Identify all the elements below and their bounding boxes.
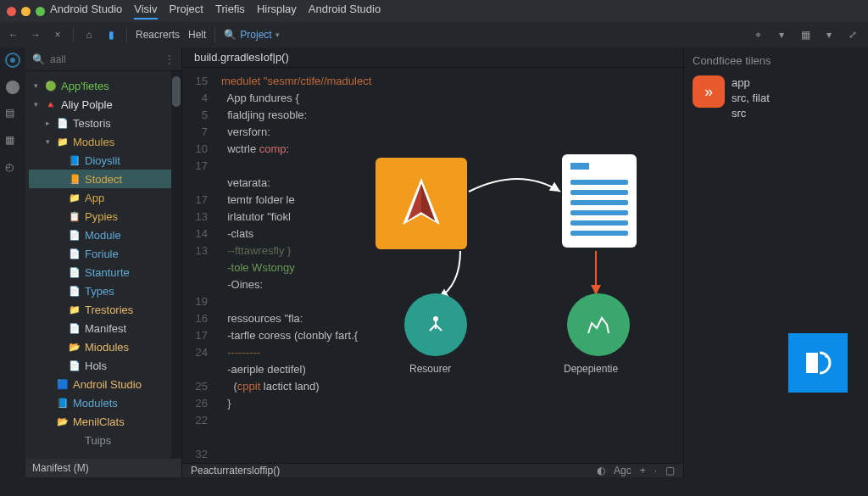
line-number: 24 xyxy=(182,344,208,361)
tree-node[interactable]: 📄Module xyxy=(29,226,178,244)
tree-node[interactable]: 🟦Androil Studio xyxy=(29,375,178,393)
code-line[interactable]: -aeriple dectifel) xyxy=(221,361,683,378)
layers-icon[interactable]: ▤ xyxy=(5,107,20,122)
code-line[interactable]: vetarata: xyxy=(221,175,683,192)
tree-node[interactable]: 📄Stanturte xyxy=(29,263,178,281)
bookmark-icon[interactable]: ▮ xyxy=(104,28,118,42)
status-left[interactable]: Peacturratersloffip() xyxy=(191,465,280,476)
status-indicator-icon[interactable]: ◐ xyxy=(597,465,605,476)
tree-node[interactable]: 📄Types xyxy=(29,281,178,300)
code-line[interactable]: --------- xyxy=(221,344,683,361)
right-panel-item[interactable]: src xyxy=(693,106,860,121)
assistant-icon[interactable] xyxy=(788,333,848,393)
gradient-icon[interactable] xyxy=(5,80,20,95)
back-icon[interactable]: ← xyxy=(7,28,20,42)
code-line[interactable] xyxy=(221,412,683,429)
chevron-icon[interactable]: ▾ xyxy=(34,100,41,109)
tree-node[interactable]: 📙Stodect xyxy=(29,170,178,188)
close-window-icon[interactable] xyxy=(7,7,16,16)
tree-node[interactable]: 📂MenilClats xyxy=(29,412,178,431)
close-icon[interactable]: × xyxy=(51,28,64,42)
tree-label: App'fietes xyxy=(61,80,109,92)
tree-node[interactable]: ▾🔺Aliy Polple xyxy=(29,95,178,114)
gutter: 154571017171314131916172425262232 xyxy=(182,68,216,463)
more-icon[interactable]: · xyxy=(654,465,657,476)
tree-node[interactable]: Tuips xyxy=(29,431,178,449)
sidebar-search-input[interactable] xyxy=(50,53,118,65)
code-line[interactable]: -tarfle coress (clonbly fart.{ xyxy=(221,327,683,344)
chevron-down-icon[interactable]: ▾ xyxy=(775,28,788,42)
source[interactable]: medulet "sesmr/ctife//madulect App fundu… xyxy=(216,68,683,463)
tree-node[interactable]: 📁App xyxy=(29,188,178,207)
code-line[interactable]: temtr folder le xyxy=(221,192,683,209)
tree-node[interactable]: 📁Trestories xyxy=(29,300,178,319)
scroll-thumb[interactable] xyxy=(172,76,181,107)
editor-tab[interactable]: build.grradlesIof|p() xyxy=(182,47,301,67)
code-line[interactable]: versforn: xyxy=(221,124,683,141)
line-number: 17 xyxy=(182,192,208,209)
tree-node[interactable]: 📄Manifest xyxy=(29,319,178,337)
code-line[interactable]: -Oines: xyxy=(221,276,683,293)
forward-icon[interactable]: → xyxy=(29,28,42,42)
maximize-window-icon[interactable] xyxy=(36,7,45,16)
code-line[interactable]: fialdjing resoble: xyxy=(221,107,683,124)
scrollbar[interactable] xyxy=(171,71,181,459)
code-line[interactable]: medulet "sesmr/ctife//madulect xyxy=(221,73,683,90)
sidebar-menu-icon[interactable]: ⋮ xyxy=(164,53,175,65)
tree-label: MenilClats xyxy=(73,415,125,428)
chevron-icon[interactable]: ▸ xyxy=(46,119,53,127)
line-number: 4 xyxy=(182,90,208,107)
code-line[interactable]: -tole Wstongy xyxy=(221,259,683,276)
code-line[interactable]: (cppit lactict land) xyxy=(221,378,683,395)
code-line[interactable] xyxy=(221,429,683,446)
tree-node[interactable]: ▾📁Modules xyxy=(29,132,178,151)
notification-icon[interactable]: ▢ xyxy=(665,465,675,476)
code-area[interactable]: 154571017171314131916172425262232 medule… xyxy=(182,68,683,463)
toolbar-reacrerts[interactable]: Reacrerts xyxy=(136,29,180,41)
code-line[interactable]: -clats xyxy=(221,226,683,242)
tree-node[interactable]: 📋Pypies xyxy=(29,207,178,226)
code-line[interactable]: wctrle comp: xyxy=(221,141,683,158)
chevron-icon[interactable]: ▾ xyxy=(46,137,53,146)
logo-icon[interactable] xyxy=(5,53,20,68)
add-icon[interactable]: + xyxy=(640,465,646,476)
tree-node[interactable]: 📄Foriule xyxy=(29,244,178,263)
tree-node[interactable]: 📂Miodules xyxy=(29,337,178,356)
menu-item[interactable]: Project xyxy=(170,3,203,20)
clock-icon[interactable]: ◴ xyxy=(5,161,20,176)
tree-node[interactable]: 📘Modulets xyxy=(29,393,178,412)
module-icon[interactable]: » xyxy=(693,75,725,108)
grid-icon[interactable]: ▦ xyxy=(5,134,20,149)
code-line[interactable]: --fttawresfly } xyxy=(221,242,683,259)
menu-item[interactable]: Android Studio xyxy=(50,3,122,20)
tree-node[interactable]: 📄Hols xyxy=(29,356,178,375)
code-line[interactable]: App fundures { xyxy=(221,90,683,107)
tool-rail: ▤ ▦ ◴ xyxy=(0,47,25,477)
tree-node[interactable]: ▾🟢App'fietes xyxy=(29,76,178,95)
menu-item[interactable]: Visiv xyxy=(134,3,157,20)
menu-item[interactable]: Triefis xyxy=(215,3,245,20)
sidebar-footer[interactable]: Manifest (M) xyxy=(25,459,181,477)
status-agc[interactable]: Agc xyxy=(614,465,632,476)
tree-node[interactable]: 📘Dioyslit xyxy=(29,151,178,170)
main-menu: Android StudioVisivProjectTriefisHirspla… xyxy=(50,3,381,20)
code-line[interactable]: } xyxy=(221,395,683,412)
code-line[interactable] xyxy=(221,293,683,310)
chevron-down-icon: ▾ xyxy=(275,31,280,39)
code-line[interactable]: irlatutor "fiokl xyxy=(221,209,683,226)
settings-icon[interactable]: ▦ xyxy=(798,28,812,42)
expand-icon[interactable]: ⤢ xyxy=(846,28,860,42)
sidebar-search[interactable]: 🔍 ⋮ xyxy=(25,47,181,71)
project-selector[interactable]: 🔍 Project ▾ xyxy=(224,29,279,41)
toolbar-helt[interactable]: Helt xyxy=(188,29,206,41)
chevron-icon[interactable]: ▾ xyxy=(34,81,41,90)
menu-item[interactable]: Android Studio xyxy=(309,3,381,20)
code-line[interactable]: ressources "fla: xyxy=(221,310,683,327)
location-icon[interactable]: ⌖ xyxy=(751,28,765,42)
home-icon[interactable]: ⌂ xyxy=(82,28,96,42)
code-line[interactable] xyxy=(221,158,683,175)
minimize-window-icon[interactable] xyxy=(21,7,31,16)
menu-item[interactable]: Hirsplay xyxy=(257,3,297,20)
tree-node[interactable]: ▸📄Testoris xyxy=(29,114,178,132)
chevron-down-icon[interactable]: ▾ xyxy=(822,28,836,42)
